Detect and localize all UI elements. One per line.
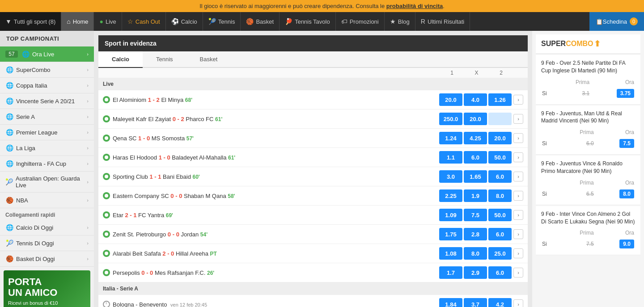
sidebar-item-basket-oggi[interactable]: 🏀 Basket Di Oggi › [0,251,94,267]
new-odds-btn[interactable]: 3.75 [617,89,634,98]
odds-1-btn[interactable]: 1.1 [439,151,462,164]
promo-banner[interactable]: PORTA UN AMICO Ricevi un bonus di €10 pe… [4,270,90,307]
odds-x-btn[interactable]: 4.0 [464,93,487,106]
nav-ultimi-risultati[interactable]: R Ultimi Risultati [415,12,470,31]
nav-live[interactable]: ● Live [94,12,122,31]
odds-x-btn[interactable]: 20.0 [464,113,487,125]
odds-1-btn[interactable]: 1.84 [439,298,462,307]
odds-1-btn[interactable]: 1.7 [439,266,462,279]
sidebar-item-serie-a[interactable]: 🌐 Serie A › [0,109,94,125]
sidebar-item-ora-live[interactable]: 57 🌐 Ora Live › [0,46,94,62]
odds-2-btn[interactable]: 4.2 [488,298,512,307]
nav-home[interactable]: ⌂ Home [61,12,94,31]
nav-cashout[interactable]: ☆ Cash Out [122,12,166,31]
nav-basket[interactable]: 🏀 Basket [241,12,280,31]
live-match-row: Maleyeit Kafr El Zayiat 0 - 2 Pharco FC … [98,109,528,129]
clock-icon [103,301,110,307]
more-btn[interactable]: › [513,248,523,258]
odds-x-btn[interactable]: 2.9 [464,266,487,279]
more-btn[interactable]: › [513,172,523,181]
match-name[interactable]: Zenit St. Pietroburgo 0 - 0 Jordan 54' [113,231,208,238]
star-icon: ☆ [127,18,133,25]
combo-th-ora: Ora [590,79,634,87]
odds-1-btn[interactable]: 250.0 [439,113,462,125]
odds-1-btn[interactable]: 2.25 [439,189,462,202]
sidebar-item-la-liga[interactable]: 🌐 La Liga › [0,140,94,156]
match-name[interactable]: Eastern Company SC 0 - 0 Shaban M Qana 5… [113,193,235,199]
arrow-icon-2: › [87,83,89,88]
live-match-row: Haras El Hodood 1 - 0 Baladeyet Al-Mahal… [98,148,528,167]
combo-cards-container: 9 Feb - Over 2.5 Nelle Partite Di FA Cup… [536,55,640,255]
odds-x-btn[interactable]: 6.0 [464,151,487,164]
match-name[interactable]: Bologna - Benevento ven 12 feb 20:45 [113,301,207,307]
match-name[interactable]: Persepolis 0 - 0 Mes Rafsanjan F.C. 26' [113,269,214,276]
match-name[interactable]: Maleyeit Kafr El Zayiat 0 - 2 Pharco FC … [113,116,222,122]
more-btn[interactable]: › [513,229,523,239]
more-btn[interactable]: › [513,299,523,307]
nav-promozioni[interactable]: 🏷 Promozioni [336,12,385,31]
odds-2-btn[interactable]: 50.0 [488,209,512,221]
odds-x-btn[interactable]: 3.7 [464,298,487,307]
odds-1-btn[interactable]: 1.24 [439,132,462,144]
sidebar-item-supercombo[interactable]: 🌐 SuperCombo › [0,62,94,78]
globe-icon-5: 🌐 [5,128,13,136]
sidebar-item-calcio-oggi[interactable]: 🌐 Calcio Di Oggi › [0,220,94,236]
odds-1-btn[interactable]: 1.08 [439,247,462,260]
odds-1-btn[interactable]: 20.0 [439,93,462,106]
match-info: El Alominiom 1 - 2 El Minya 68' [103,96,438,103]
more-btn[interactable]: › [513,191,523,201]
more-btn[interactable]: › [513,210,523,220]
nav-tennis-tavolo[interactable]: 🏓 Tennis Tavolo [280,12,336,31]
arrow-icon-3: › [87,98,89,104]
odds-1-btn[interactable]: 3.0 [439,170,462,183]
tab-tennis[interactable]: Tennis [143,51,186,68]
odds-1-btn[interactable]: 1.09 [439,209,462,221]
more-btn[interactable]: › [513,268,523,278]
odds-x-btn[interactable]: 1.9 [464,189,487,202]
odds-2-btn[interactable]: 20.0 [488,132,512,144]
tab-basket[interactable]: Basket [186,51,231,68]
sidebar-item-nba[interactable]: 🏀 NBA › [0,193,94,208]
match-name[interactable]: Sporting Club 1 - 1 Bani Ebaid 60' [113,173,200,180]
more-btn[interactable]: › [513,114,523,124]
odds-x-btn[interactable]: 2.8 [464,228,487,240]
sidebar-item-fa-cup[interactable]: 🌐 Inghilterra - FA Cup › [0,156,94,172]
sidebar-item-vincente-serie-a[interactable]: 🌐 Vincente Serie A 20/21 › [0,93,94,109]
odds-2-btn[interactable]: 6.0 [488,170,512,183]
match-name[interactable]: Qena SC 1 - 0 MS Somosta 57' [113,135,194,142]
odds-2-btn[interactable]: 25.0 [488,247,512,260]
sidebar-item-australian-open[interactable]: 🎾 Australian Open: Guarda Live › [0,172,94,193]
nav-tennis[interactable]: 🎾 Tennis [203,12,241,31]
schedina-button[interactable]: 📋 Schedina 0 [589,12,644,31]
new-odds-btn[interactable]: 9.0 [619,240,634,248]
odds-2-btn[interactable]: 50.0 [488,151,512,164]
new-odds-btn[interactable]: 7.5 [619,139,634,148]
odds-x-btn[interactable]: 8.0 [464,247,487,260]
tab-calcio[interactable]: Calcio [98,51,143,68]
odds-2-btn[interactable]: 6.0 [488,228,512,240]
new-odds-btn[interactable]: 8.0 [619,189,634,198]
promo-detail: Ricevi un bonus di €10 per ogni amico ch… [8,300,86,307]
nav-calcio[interactable]: ⚽ Calcio [166,12,203,31]
sidebar-item-tennis-oggi[interactable]: 🎾 Tennis Di Oggi › [0,236,94,251]
match-name[interactable]: Etar 2 - 1 FC Yantra 69' [113,212,173,219]
more-btn[interactable]: › [513,133,523,143]
odds-x-btn[interactable]: 7.5 [464,209,487,221]
odds-2-btn[interactable]: 8.0 [488,189,512,202]
more-btn[interactable]: › [513,95,523,105]
nav-all-sports[interactable]: ▼ Tutti gli sport (8) [0,12,61,31]
sidebar-item-premier-league[interactable]: 🌐 Premier League › [0,125,94,140]
more-btn[interactable]: › [513,152,523,162]
match-name[interactable]: El Alominiom 1 - 2 El Minya 68' [113,97,192,103]
odds-2-btn[interactable]: 6.0 [488,266,512,279]
odds-x-btn[interactable]: 4.25 [464,132,487,144]
match-name[interactable]: Haras El Hodood 1 - 0 Baladeyet Al-Mahal… [113,154,235,161]
combo-desc: 9 Feb - Over 2.5 Nelle Partite Di FA Cup… [541,59,635,75]
odds-2-btn[interactable]: 1.26 [488,93,512,106]
sidebar-item-coppa-italia[interactable]: 🌐 Coppa Italia › [0,78,94,93]
match-name[interactable]: Alarabi Beit Safafa 2 - 0 Hillal Areeha … [113,250,217,257]
odds-1-btn[interactable]: 1.75 [439,228,462,240]
odds-x-btn[interactable]: 1.65 [464,170,487,183]
nav-blog[interactable]: ★ Blog [385,12,415,31]
combo-desc: 9 Feb - Juventus Vince & Ronaldo Primo M… [541,160,635,175]
